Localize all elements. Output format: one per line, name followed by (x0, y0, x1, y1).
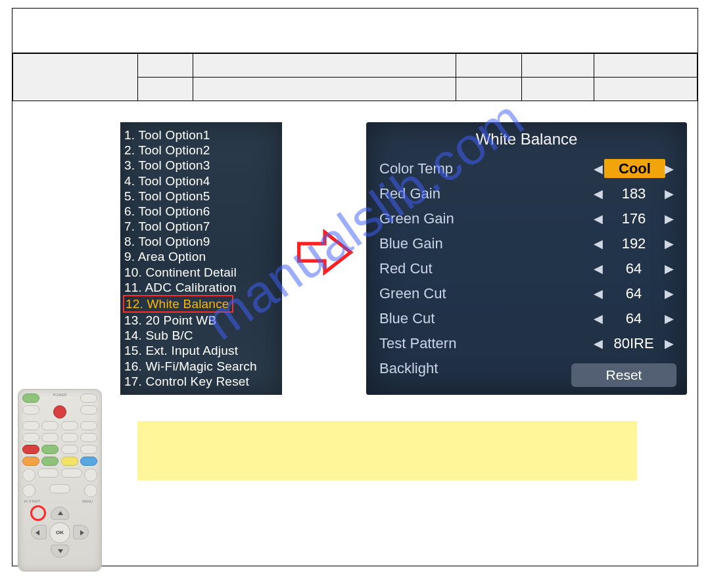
arrow-left-icon[interactable]: ◀ (592, 336, 604, 351)
remote-btn-orange[interactable] (22, 457, 39, 466)
remote-btn[interactable] (37, 468, 59, 478)
header-band (12, 9, 698, 53)
power-label: POWER (39, 394, 80, 403)
wb-row[interactable]: Blue Gain◀192▶ (366, 231, 687, 256)
arrow-left-icon[interactable]: ◀ (592, 286, 604, 301)
wb-value: 64 (604, 285, 663, 302)
wb-row[interactable]: Blue Cut◀64▶ (366, 306, 687, 331)
remote-btn-red[interactable] (22, 445, 39, 454)
wb-row[interactable]: Red Gain◀183▶ (366, 181, 687, 206)
ok-button[interactable]: OK (49, 522, 70, 543)
remote-btn[interactable] (80, 433, 97, 442)
menu-item[interactable]: 5. Tool Option5 (124, 189, 278, 204)
menu-item[interactable]: 1. Tool Option1 (124, 127, 278, 143)
remote-btn-top-right[interactable] (80, 394, 97, 403)
wb-label: Green Cut (379, 285, 592, 302)
remote-btn[interactable] (22, 421, 39, 430)
wb-label: Test Pattern (379, 335, 592, 352)
menu-item[interactable]: 8. Tool Option9 (124, 234, 278, 249)
arrow-left-icon[interactable]: ◀ (592, 162, 604, 176)
menu-item[interactable]: 10. Continent Detail (124, 265, 278, 280)
arrow-right-icon[interactable]: ▶ (663, 311, 675, 326)
remote-btn[interactable] (22, 433, 39, 442)
arrow-right-icon[interactable]: ▶ (663, 336, 675, 351)
dpad-down[interactable] (51, 545, 69, 558)
dpad-left[interactable] (31, 525, 47, 539)
wb-label: Color Temp (379, 160, 592, 177)
in-start-label: IN START (22, 500, 42, 504)
wb-row[interactable]: Red Cut◀64▶ (366, 256, 687, 281)
menu-item[interactable]: 7. Tool Option7 (124, 219, 278, 234)
menu-item[interactable]: 12. White Balance (124, 295, 278, 313)
remote-btn[interactable] (49, 484, 70, 493)
wb-label: Blue Cut (379, 310, 592, 327)
remote-btn-yellow[interactable] (61, 457, 78, 466)
remote-btn[interactable] (61, 421, 78, 430)
dpad-right[interactable] (73, 525, 89, 539)
wb-value: 64 (604, 310, 663, 327)
header-table (12, 53, 698, 101)
arrow-left-icon[interactable]: ◀ (592, 212, 604, 226)
remote-control: POWER (18, 389, 102, 572)
menu-item[interactable]: 3. Tool Option3 (124, 158, 278, 173)
menu-item[interactable]: 9. Area Option (124, 249, 278, 264)
wb-row[interactable]: Green Cut◀64▶ (366, 281, 687, 306)
yellow-highlight-bar (137, 421, 637, 480)
wb-value: 176 (604, 210, 663, 227)
remote-btn-top-left[interactable] (22, 394, 39, 403)
menu-item[interactable]: 17. Control Key Reset (124, 374, 278, 389)
menu-item[interactable]: 13. 20 Point WB (124, 313, 278, 328)
arrow-left-icon[interactable]: ◀ (592, 187, 604, 201)
menu-item[interactable]: 2. Tool Option2 (124, 143, 278, 158)
wb-label: Green Gain (379, 210, 592, 227)
arrow-left-icon[interactable]: ◀ (592, 311, 604, 326)
remote-btn[interactable] (41, 421, 59, 430)
menu-item[interactable]: 15. Ext. Input Adjust (124, 343, 278, 358)
remote-btn-blue[interactable] (80, 457, 97, 466)
arrow-left-icon[interactable]: ◀ (592, 261, 604, 276)
menu-item[interactable]: 16. Wi-Fi/Magic Search (124, 359, 278, 374)
menu-item[interactable]: 14. Sub B/C (124, 328, 278, 343)
menu-button[interactable] (84, 484, 97, 497)
arrow-right-icon[interactable]: ▶ (663, 286, 675, 301)
remote-btn[interactable] (22, 405, 39, 415)
arrow-left-icon[interactable]: ◀ (592, 237, 604, 251)
highlight-circle-icon (30, 505, 46, 521)
wb-value: 64 (604, 260, 663, 277)
wb-value: 192 (604, 235, 663, 252)
remote-btn[interactable] (61, 468, 82, 478)
document-frame: 1. Tool Option12. Tool Option23. Tool Op… (12, 8, 698, 566)
menu-item[interactable]: 6. Tool Option6 (124, 204, 278, 219)
remote-btn[interactable] (84, 468, 97, 482)
arrow-right-icon[interactable]: ▶ (663, 162, 675, 176)
remote-btn-green[interactable] (41, 445, 59, 454)
remote-btn[interactable] (61, 433, 78, 442)
service-menu-list: 1. Tool Option12. Tool Option23. Tool Op… (120, 122, 282, 395)
wb-title: White Balance (366, 129, 687, 156)
wb-label: Red Cut (379, 260, 592, 277)
remote-btn-green[interactable] (41, 457, 59, 466)
wb-label: Backlight (379, 360, 592, 377)
menu-item[interactable]: 11. ADC Calibration (124, 280, 278, 295)
remote-btn[interactable] (22, 468, 36, 482)
arrow-right-icon[interactable]: ▶ (663, 212, 675, 226)
reset-button[interactable]: Reset (571, 363, 676, 387)
wb-value: Cool (604, 160, 663, 177)
arrow-right-icon[interactable]: ▶ (663, 237, 675, 251)
remote-btn[interactable] (80, 445, 97, 454)
dpad-up[interactable] (51, 507, 69, 520)
in-start-button[interactable] (22, 484, 36, 497)
wb-row[interactable]: Test Pattern◀80IRE▶ (366, 331, 687, 356)
menu-item[interactable]: 4. Tool Option4 (124, 173, 278, 189)
remote-btn[interactable] (61, 445, 78, 454)
wb-row[interactable]: Green Gain◀176▶ (366, 206, 687, 231)
remote-btn[interactable] (80, 405, 97, 415)
arrow-right-icon[interactable]: ▶ (663, 187, 675, 201)
arrow-right-icon (295, 229, 354, 275)
remote-btn[interactable] (41, 433, 59, 442)
wb-row[interactable]: Color Temp◀Cool▶ (366, 156, 687, 181)
wb-label: Red Gain (379, 185, 592, 202)
power-button[interactable] (53, 405, 66, 418)
arrow-right-icon[interactable]: ▶ (663, 261, 675, 276)
remote-btn[interactable] (80, 421, 97, 430)
